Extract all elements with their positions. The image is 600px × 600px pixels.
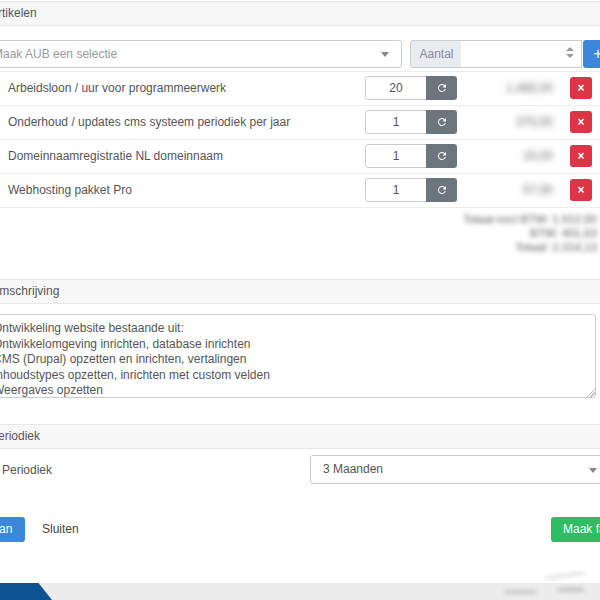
article-name: Arbeidsloon / uur voor programmeerwerk — [8, 72, 226, 104]
delete-row-button[interactable]: × — [570, 145, 592, 167]
blurred-nav-item — [558, 587, 584, 592]
description-textarea[interactable]: Ontwikkeling website bestaande uit: Ontw… — [0, 314, 596, 398]
article-list: Arbeidsloon / uur voor programmeerwerk 1… — [0, 71, 600, 208]
row-price: 375,00 — [516, 106, 553, 138]
article-select[interactable]: Maak AUB een selectie — [0, 40, 402, 68]
refresh-icon — [436, 184, 448, 196]
invoice-modal: Artikelen Maak AUB een selectie Aantal +… — [0, 0, 600, 600]
row-quantity-input[interactable] — [365, 144, 427, 168]
refresh-price-button[interactable] — [426, 144, 457, 168]
spinner-up-icon[interactable] — [566, 47, 574, 51]
blurred-nav-item — [505, 590, 537, 594]
article-name: Webhosting pakket Pro — [8, 174, 132, 206]
close-icon: × — [577, 81, 584, 95]
totals-line: Totaal: 2.314,13 — [463, 240, 597, 254]
delete-row-button[interactable]: × — [570, 111, 592, 133]
totals-block: Totaal excl BTW: 1.912,50 BTW: 401,63 To… — [463, 212, 597, 254]
refresh-price-button[interactable] — [426, 110, 457, 134]
spinner-down-icon[interactable] — [566, 54, 574, 58]
close-icon: × — [577, 183, 584, 197]
refresh-price-button[interactable] — [426, 178, 457, 202]
periodic-label: Periodiek — [2, 463, 52, 477]
close-button[interactable]: Sluiten — [30, 517, 91, 542]
section-title: Artikelen — [0, 6, 37, 20]
article-select-placeholder: Maak AUB een selectie — [0, 41, 117, 67]
delete-row-button[interactable]: × — [570, 179, 592, 201]
table-row: Arbeidsloon / uur voor programmeerwerk 1… — [0, 71, 600, 106]
close-icon: × — [577, 115, 584, 129]
refresh-icon — [436, 116, 448, 128]
row-quantity-input[interactable] — [365, 110, 427, 134]
navbar-logo-shape — [0, 583, 52, 600]
refresh-price-button[interactable] — [426, 76, 457, 100]
chevron-down-icon — [589, 468, 597, 473]
number-spinner[interactable] — [566, 47, 574, 58]
close-icon: × — [577, 149, 584, 163]
refresh-icon — [436, 150, 448, 162]
table-row: Onderhoud / updates cms systeem periodie… — [0, 106, 600, 140]
quantity-addon-label: Aantal — [410, 40, 463, 68]
section-header-omschrijving: Omschrijving — [0, 279, 600, 304]
totals-line: Totaal excl BTW: 1.912,50 — [463, 212, 597, 226]
save-button[interactable]: Opslaan — [0, 517, 25, 542]
article-name: Onderhoud / updates cms systeem periodie… — [8, 106, 290, 138]
table-row: Webhosting pakket Pro 57,50 × — [0, 174, 600, 208]
section-header-periodiek: Periodiek — [0, 424, 600, 449]
quantity-input[interactable] — [461, 40, 582, 68]
periodic-select[interactable]: 3 Maanden — [310, 455, 600, 484]
make-invoice-button[interactable]: Maak factuur — [551, 517, 600, 542]
page-backdrop — [0, 583, 600, 600]
resize-handle[interactable] — [586, 388, 595, 397]
row-quantity-input[interactable] — [365, 76, 427, 100]
row-quantity-input[interactable] — [365, 178, 427, 202]
row-price: 1.465,00 — [506, 72, 553, 104]
section-title: Omschrijving — [0, 284, 59, 298]
section-title: Periodiek — [0, 429, 40, 443]
periodic-select-value: 3 Maanden — [323, 456, 383, 483]
chevron-down-icon — [381, 52, 389, 57]
blurred-nav-item — [545, 571, 585, 580]
add-article-button[interactable]: + — [583, 40, 600, 68]
totals-line: BTW: 401,63 — [463, 226, 597, 240]
article-name: Domeinnaamregistratie NL domeinnaam — [8, 140, 223, 172]
row-price: 57,50 — [523, 174, 553, 206]
row-price: 15,00 — [523, 140, 553, 172]
section-header-artikelen: Artikelen — [0, 1, 600, 26]
refresh-icon — [436, 82, 448, 94]
table-row: Domeinnaamregistratie NL domeinnaam 15,0… — [0, 140, 600, 174]
delete-row-button[interactable]: × — [570, 77, 592, 99]
